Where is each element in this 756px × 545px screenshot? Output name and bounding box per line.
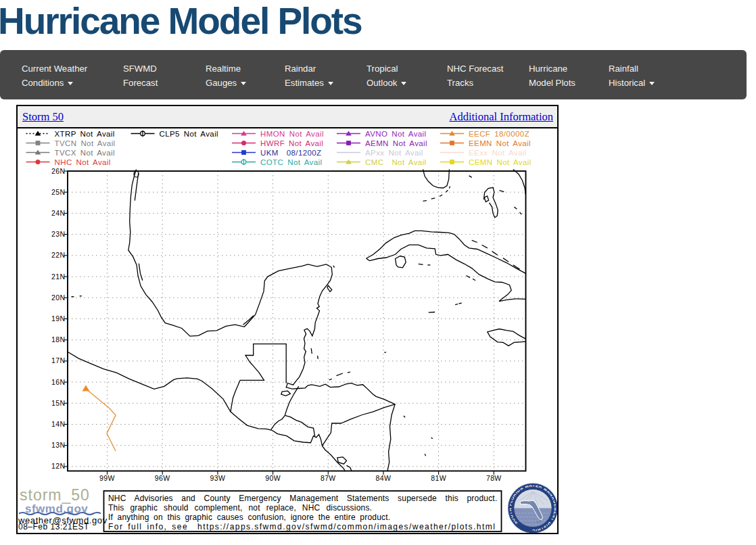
svg-text:81W: 81W: [431, 474, 446, 482]
svg-text:TVCN Not Avail: TVCN Not Avail: [55, 139, 116, 147]
svg-text:14N: 14N: [51, 420, 65, 428]
svg-text:18N: 18N: [51, 335, 65, 343]
svg-text:AEMN Not Avail: AEMN Not Avail: [365, 139, 427, 147]
svg-text:13N: 13N: [51, 441, 65, 449]
svg-text:19N: 19N: [51, 314, 65, 323]
svg-text:84W: 84W: [376, 474, 392, 482]
svg-text:This graphic should complement: This graphic should complement, not repl…: [108, 503, 372, 513]
svg-text:99W: 99W: [99, 474, 115, 482]
svg-text:COTC Not Avail: COTC Not Avail: [260, 158, 322, 166]
svg-text:TVCX Not Avail: TVCX Not Avail: [55, 149, 115, 157]
svg-text:17N: 17N: [51, 356, 65, 364]
svg-text:78W: 78W: [486, 474, 502, 482]
svg-text:20N: 20N: [51, 293, 65, 302]
svg-text:NHC Advisories and County Emer: NHC Advisories and County Emergency Mana…: [108, 494, 497, 503]
svg-text:AVNO Not Avail: AVNO Not Avail: [365, 130, 427, 138]
svg-text:UKM 08/1200Z: UKM 08/1200Z: [260, 149, 322, 157]
svg-text:08–Feb 13:21EST: 08–Feb 13:21EST: [18, 522, 89, 531]
svg-text:EECF 18/0000Z: EECF 18/0000Z: [469, 130, 529, 138]
svg-text:EEMN Not Avail: EEMN Not Avail: [469, 139, 531, 147]
svg-text:93W: 93W: [210, 474, 226, 482]
svg-text:96W: 96W: [155, 474, 170, 482]
svg-text:NHC Not Avail: NHC Not Avail: [55, 158, 111, 166]
svg-text:12N: 12N: [51, 462, 65, 470]
svg-text:90W: 90W: [265, 474, 281, 482]
svg-text:For full info, see https://ap: For full info, see https://apps.sfwmd.go…: [108, 522, 496, 531]
svg-text:storm_50: storm_50: [20, 486, 90, 504]
svg-text:CMC Not Avail: CMC Not Avail: [365, 158, 427, 166]
svg-text:HMON Not Avail: HMON Not Avail: [260, 130, 324, 138]
svg-text:23N: 23N: [51, 230, 65, 238]
svg-text:21N: 21N: [51, 272, 65, 281]
svg-text:APxx Not Avail: APxx Not Avail: [365, 149, 423, 157]
svg-text:If anything on this graphic ca: If anything on this graphic causes confu…: [108, 513, 390, 522]
svg-text:26N: 26N: [51, 167, 65, 175]
svg-text:87W: 87W: [321, 474, 336, 482]
svg-text:15N: 15N: [51, 399, 65, 407]
svg-text:CLP5 Not Avail: CLP5 Not Avail: [160, 130, 219, 138]
svg-text:22N: 22N: [51, 251, 65, 259]
svg-text:24N: 24N: [51, 209, 65, 217]
svg-text:XTRP Not Avail: XTRP Not Avail: [55, 130, 115, 138]
svg-text:HWRF Not Avail: HWRF Not Avail: [260, 139, 323, 147]
svg-text:CEMN Not Avail: CEMN Not Avail: [469, 158, 531, 166]
svg-text:EExx Not Avail: EExx Not Avail: [469, 149, 527, 157]
svg-text:25N: 25N: [51, 188, 65, 196]
svg-text:16N: 16N: [51, 378, 65, 386]
